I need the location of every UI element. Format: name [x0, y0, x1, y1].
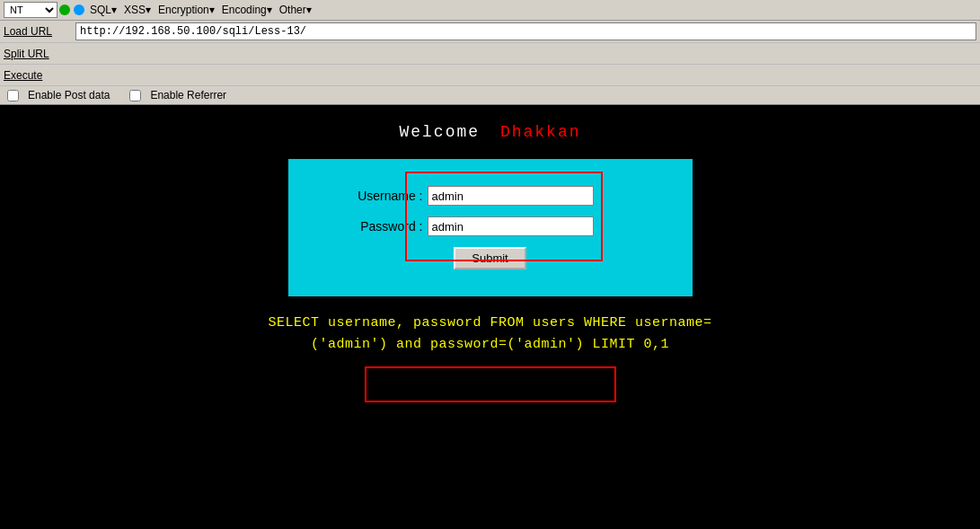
submit-row: Submit	[324, 247, 657, 269]
enable-referrer-checkbox[interactable]	[129, 90, 141, 101]
password-row: Password :	[324, 216, 657, 236]
sql-menu[interactable]: SQL▾	[90, 4, 117, 16]
enable-post-label: Enable Post data	[28, 89, 110, 101]
sql-line1: SELECT username, password FROM users WHE…	[0, 313, 980, 334]
welcome-section: Welcome Dhakkan	[0, 105, 980, 150]
toolbar-top: NT SQL▾ XSS▾ Encryption▾ Encoding▾ Other…	[0, 0, 980, 21]
split-url-label[interactable]: Split URL	[4, 48, 75, 60]
split-url-row: Split URL	[0, 43, 980, 65]
main-content: Welcome Dhakkan Username : Password : Su…	[0, 105, 980, 402]
url-input[interactable]	[75, 22, 976, 40]
enable-referrer-label: Enable Referrer	[150, 89, 226, 101]
sql-display: SELECT username, password FROM users WHE…	[0, 313, 980, 356]
indicator-green	[59, 4, 70, 15]
welcome-text: Welcome	[399, 123, 480, 141]
load-url-label[interactable]: Load URL	[4, 25, 75, 38]
toolbar-rows: Load URL Split URL Execute Enable Post d…	[0, 21, 980, 104]
password-label: Password :	[324, 219, 423, 234]
encoding-menu[interactable]: Encoding▾	[222, 4, 272, 16]
execute-row: Execute	[0, 65, 980, 86]
checkbox-row: Enable Post data Enable Referrer	[0, 86, 980, 104]
username-row: Username :	[324, 186, 657, 206]
other-menu[interactable]: Other▾	[279, 4, 312, 16]
encryption-menu[interactable]: Encryption▾	[158, 4, 215, 16]
dhakkan-text: Dhakkan	[500, 123, 581, 141]
mode-select[interactable]: NT	[4, 2, 57, 18]
enable-post-checkbox[interactable]	[7, 90, 19, 101]
load-url-row: Load URL	[0, 21, 980, 43]
login-section: Username : Password : Submit	[0, 159, 980, 296]
login-box: Username : Password : Submit	[288, 159, 693, 296]
execute-label[interactable]: Execute	[4, 69, 75, 82]
username-input[interactable]	[428, 186, 594, 206]
result-box	[365, 366, 616, 402]
toolbar: NT SQL▾ XSS▾ Encryption▾ Encoding▾ Other…	[0, 0, 980, 105]
sql-line2: ('admin') and password=('admin') LIMIT 0…	[0, 334, 980, 356]
password-input[interactable]	[428, 216, 594, 236]
username-label: Username :	[324, 189, 423, 203]
submit-button[interactable]: Submit	[454, 247, 525, 269]
xss-menu[interactable]: XSS▾	[124, 4, 151, 16]
indicator-blue	[74, 4, 84, 15]
